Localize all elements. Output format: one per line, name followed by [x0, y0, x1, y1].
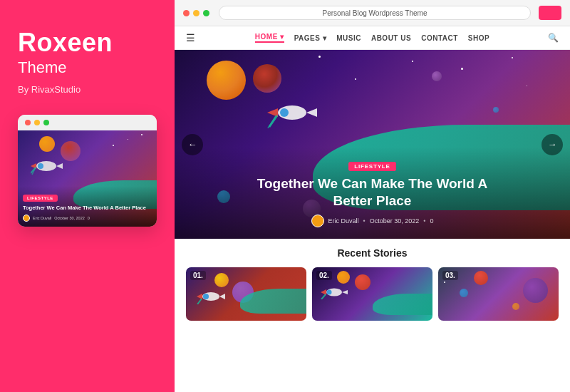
brand-title: Roxeen [18, 29, 157, 57]
mini-rocket-svg [31, 158, 63, 175]
card-3-planet-1 [523, 278, 548, 303]
hero-planet-large [207, 61, 246, 100]
svg-marker-18 [342, 290, 348, 294]
mini-star-2 [128, 139, 128, 140]
nav-item-contact[interactable]: CONTACT [421, 34, 458, 42]
svg-marker-15 [197, 294, 202, 299]
hero-avatar [311, 215, 324, 227]
nav-item-home[interactable]: HOME ▾ [255, 33, 284, 43]
hero-meta-comments: 0 [430, 217, 433, 225]
card-2-number: 02. [316, 271, 332, 280]
svg-line-11 [268, 116, 276, 128]
mini-dot-yellow [34, 120, 40, 125]
card-2-planet-2 [355, 274, 370, 290]
mini-post-title: Together We Can Make The World A Better … [23, 205, 152, 212]
card-2-planet-1 [337, 271, 350, 284]
hero-planet-tiny [432, 71, 442, 81]
mini-meta-comments: 0 [88, 216, 90, 220]
browser-chrome: Personal Blog Wordpress Theme [175, 0, 570, 26]
hero-planet-medium [253, 64, 281, 93]
right-panel: Personal Blog Wordpress Theme ☰ HOME ▾ P… [175, 0, 570, 392]
story-card-1[interactable]: 01. [186, 267, 306, 321]
card-1-number: 01. [190, 271, 206, 280]
hero-section: ← → LIFESTYLE Together We Can Make The W… [175, 50, 570, 239]
brand-by: By RivaxStudio [18, 84, 157, 95]
svg-line-21 [321, 294, 326, 299]
recent-stories-title: Recent Stories [186, 247, 559, 259]
hero-meta-sep2: • [423, 217, 425, 225]
card-1-planet-1 [214, 273, 229, 287]
hero-lifestyle-badge: LIFESTYLE [348, 162, 395, 171]
nav-item-shop[interactable]: SHOP [468, 34, 489, 42]
card-3-star-2 [444, 282, 445, 283]
svg-marker-20 [321, 289, 326, 295]
hero-meta-author: Eric Duvall [328, 217, 359, 225]
brand-subtitle: Theme [18, 58, 157, 77]
nav-item-music[interactable]: MUSIC [336, 34, 361, 42]
star-2 [461, 68, 463, 70]
mini-dot-red [25, 120, 31, 125]
mini-star-3 [113, 145, 114, 146]
story-card-2[interactable]: 02. [312, 267, 432, 321]
mini-overlay: LIFESTYLE Together We Can Make The World… [18, 186, 157, 227]
browser-search-button[interactable] [539, 6, 561, 20]
left-panel: Roxeen Theme By RivaxStudio [0, 0, 175, 392]
star-6 [318, 56, 321, 58]
svg-point-14 [203, 294, 209, 299]
hamburger-icon[interactable]: ☰ [186, 32, 195, 43]
chrome-dot-green[interactable] [203, 10, 209, 16]
card-3-planet-4 [512, 303, 519, 310]
star-5 [527, 86, 527, 86]
svg-point-8 [280, 108, 289, 117]
svg-marker-7 [306, 108, 317, 117]
mini-avatar [23, 215, 30, 222]
recent-stories-section: Recent Stories 01. [175, 239, 570, 326]
mini-meta: Eric Duvall October 30, 2022 0 [23, 215, 152, 222]
svg-point-19 [327, 290, 332, 295]
hero-title: Together We Can Make The World A Better … [192, 175, 553, 210]
hero-overlay: LIFESTYLE Together We Can Make The World… [175, 147, 570, 239]
mini-meta-author: Eric Duvall [33, 216, 51, 220]
nav-search-icon[interactable]: 🔍 [548, 33, 559, 43]
mini-lifestyle-badge: LIFESTYLE [23, 195, 58, 202]
hero-meta: Eric Duvall • October 30, 2022 • 0 [192, 215, 553, 227]
chrome-dot-red[interactable] [183, 10, 190, 16]
hero-meta-date: October 30, 2022 [370, 217, 420, 225]
story-card-3[interactable]: 03. [438, 267, 559, 321]
card-3-planet-3 [460, 289, 468, 297]
svg-line-16 [197, 299, 202, 304]
address-text: Personal Blog Wordpress Theme [323, 9, 428, 17]
star-3 [412, 61, 413, 62]
card-1-rocket [197, 289, 225, 304]
chrome-dot-yellow[interactable] [193, 10, 200, 16]
card-3-number: 03. [442, 271, 458, 280]
star-4 [355, 78, 356, 80]
hero-meta-sep1: • [363, 217, 366, 225]
nav-item-pages[interactable]: PAGES ▾ [294, 34, 327, 42]
mini-meta-date: October 30, 2022 [54, 216, 85, 220]
mini-browser-bar [18, 115, 157, 130]
svg-point-2 [38, 163, 43, 169]
mini-hero-image: LIFESTYLE Together We Can Make The World… [18, 130, 157, 227]
hero-planet-tiny2 [493, 107, 499, 113]
svg-marker-1 [56, 163, 63, 169]
card-3-planet-2 [474, 271, 488, 285]
address-bar: Personal Blog Wordpress Theme [219, 6, 531, 20]
site-nav: HOME ▾ PAGES ▾ MUSIC ABOUT US CONTACT SH… [204, 33, 541, 43]
site-header: ☰ HOME ▾ PAGES ▾ MUSIC ABOUT US CONTACT … [175, 26, 570, 50]
hero-rocket-svg [267, 100, 317, 128]
mini-planet-2 [61, 141, 81, 161]
mini-planet-1 [39, 136, 55, 152]
mini-star-1 [141, 134, 142, 135]
mini-dot-green [43, 120, 49, 125]
svg-marker-13 [219, 294, 225, 299]
card-2-rocket [321, 285, 348, 299]
nav-item-about[interactable]: ABOUT US [371, 34, 411, 42]
story-cards-row: 01. 02. [186, 267, 559, 321]
star-1 [512, 57, 513, 58]
mini-browser-preview: LIFESTYLE Together We Can Make The World… [18, 115, 157, 227]
